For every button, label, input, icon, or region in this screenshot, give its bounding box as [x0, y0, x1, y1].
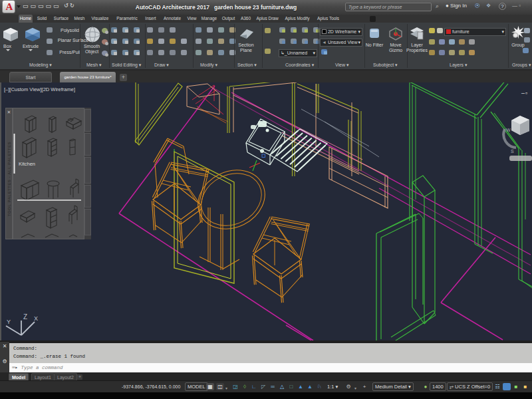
- svg-text:W: W: [506, 128, 511, 132]
- svg-text:Z: Z: [23, 313, 27, 321]
- svg-text:Y: Y: [7, 319, 11, 325]
- svg-text:Kitchen: Kitchen: [19, 161, 35, 167]
- svg-text:S: S: [511, 149, 514, 154]
- svg-text:X: X: [34, 315, 38, 322]
